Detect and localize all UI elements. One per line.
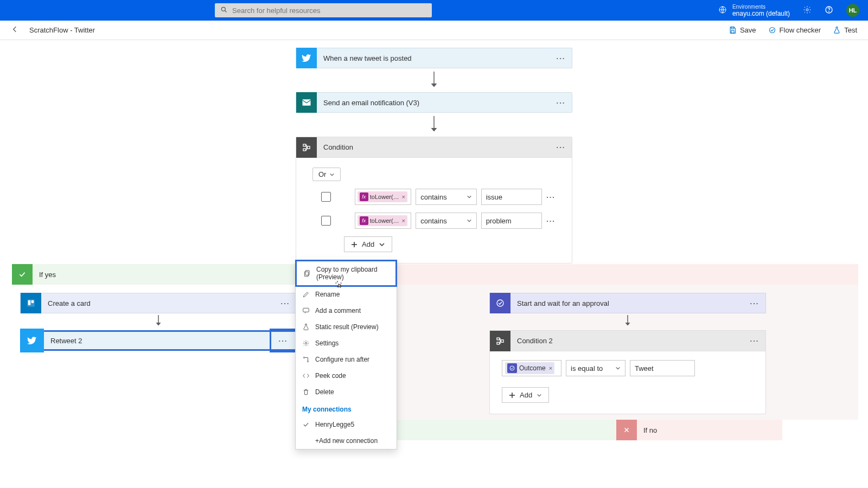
menu-configure-run-after[interactable]: Configure run after [296, 351, 397, 368]
trigger-card-tweet[interactable]: When a new tweet is posted ··· [296, 48, 572, 68]
svg-rect-7 [731, 30, 734, 33]
test-button[interactable]: Test [833, 26, 857, 34]
condition-left-operand[interactable]: Outcome × [502, 360, 561, 376]
svg-rect-28 [497, 342, 500, 344]
svg-point-25 [497, 300, 503, 306]
svg-point-5 [829, 11, 829, 12]
add-condition-button[interactable]: Add [344, 236, 392, 252]
condition2-card[interactable]: Condition 2 ··· Outcome × is equal to [489, 330, 766, 414]
command-bar: ScratchFlow - Twitter Save Flow checker … [0, 21, 868, 40]
branch-label: If no [637, 426, 663, 434]
menu-settings[interactable]: Settings [296, 335, 397, 351]
gear-icon[interactable] [803, 5, 812, 16]
card-more-button[interactable]: ··· [275, 299, 296, 307]
condition-row: fxtoLower(…× contains issue ··· [312, 189, 556, 205]
approval-icon [490, 293, 510, 313]
svg-rect-19 [305, 271, 309, 275]
twitter-icon [296, 48, 317, 68]
svg-point-22 [305, 342, 307, 344]
context-menu: Copy to my clipboard (Preview) Rename Ad… [295, 260, 397, 450]
back-button[interactable] [11, 25, 20, 35]
card-label: Condition 2 [510, 337, 744, 345]
inner-branch-yes-header [397, 420, 616, 440]
svg-point-23 [303, 357, 304, 358]
search-input[interactable] [232, 7, 426, 15]
condition-group-operator[interactable]: Or [312, 168, 341, 181]
svg-rect-13 [303, 149, 306, 151]
help-icon[interactable] [825, 5, 833, 16]
menu-static-result[interactable]: Static result (Preview) [296, 319, 397, 335]
svg-line-1 [225, 10, 227, 12]
flow-checker-button[interactable]: Flow checker [768, 26, 821, 34]
row-checkbox[interactable] [321, 192, 331, 202]
menu-add-comment[interactable]: Add a comment [296, 303, 397, 319]
flow-title: ScratchFlow - Twitter [29, 26, 95, 34]
search-icon [220, 6, 228, 15]
card-more-button[interactable]: ··· [550, 54, 572, 62]
environment-picker[interactable]: Environments enayu.com (default) [718, 4, 790, 17]
condition-value[interactable]: problem [481, 213, 542, 229]
environment-icon [718, 5, 727, 16]
condition-operator[interactable]: contains [416, 189, 476, 205]
condition-operator[interactable]: contains [416, 213, 476, 229]
condition-left-operand[interactable]: fxtoLower(…× [355, 189, 411, 205]
remove-token-icon[interactable]: × [402, 217, 405, 224]
condition-operator[interactable]: is equal to [566, 360, 626, 376]
action-card-retweet[interactable]: Retweet 2 ··· [20, 330, 297, 351]
action-card-approval[interactable]: Start and wait for an approval ··· [489, 293, 766, 313]
svg-rect-29 [501, 339, 504, 342]
save-button[interactable]: Save [729, 26, 756, 34]
branch-yes-header: If yes [12, 264, 305, 285]
card-more-button[interactable]: ··· [744, 299, 765, 307]
condition-left-operand[interactable]: fxtoLower(…× [355, 213, 411, 229]
menu-add-connection[interactable]: +Add new connection [296, 433, 397, 449]
card-label: Retweet 2 [44, 337, 270, 345]
menu-rename[interactable]: Rename [296, 286, 397, 303]
remove-token-icon[interactable]: × [402, 194, 405, 200]
svg-point-8 [769, 28, 775, 33]
svg-rect-12 [303, 144, 306, 146]
condition-row: fxtoLower(…× contains problem ··· [312, 213, 556, 229]
menu-connection[interactable]: HenryLegge5 [296, 416, 397, 433]
menu-copy-clipboard[interactable]: Copy to my clipboard (Preview) [295, 260, 397, 287]
condition-icon [296, 137, 317, 158]
menu-delete[interactable]: Delete [296, 384, 397, 400]
card-more-button[interactable]: ··· [270, 329, 297, 352]
connector-arrow [296, 68, 572, 92]
connector-arrow [296, 113, 572, 137]
svg-rect-6 [731, 27, 734, 29]
twitter-icon [20, 329, 44, 352]
svg-rect-21 [303, 308, 309, 312]
row-more-button[interactable]: ··· [546, 217, 556, 225]
card-label: Create a card [41, 299, 275, 307]
card-more-button[interactable]: ··· [550, 99, 572, 107]
condition-value[interactable]: Tweet [630, 360, 695, 376]
avatar[interactable]: HL [846, 4, 859, 17]
top-bar: Environments enayu.com (default) HL [0, 0, 868, 21]
approval-token-icon [507, 363, 517, 373]
card-label: Start and wait for an approval [510, 299, 744, 307]
card-more-button[interactable]: ··· [550, 143, 572, 151]
menu-peek-code[interactable]: Peek code [296, 368, 397, 384]
trello-icon [21, 293, 41, 313]
condition-card[interactable]: Condition ··· Or fxtoLower(…× contains [296, 137, 572, 264]
card-more-button[interactable]: ··· [744, 337, 765, 345]
row-checkbox[interactable] [321, 216, 331, 226]
card-label: Condition [317, 143, 550, 151]
connector-arrow [624, 313, 631, 330]
svg-rect-27 [497, 338, 500, 340]
condition-value[interactable]: issue [481, 189, 542, 205]
svg-point-30 [510, 366, 514, 370]
card-label: Send an email notification (V3) [317, 99, 550, 107]
action-card-trello[interactable]: Create a card ··· [20, 293, 297, 313]
add-condition-button[interactable]: Add [502, 387, 549, 403]
flow-canvas: When a new tweet is posted ··· Send an e… [0, 40, 868, 488]
condition-icon [490, 331, 510, 351]
card-label: When a new tweet is posted [317, 54, 550, 62]
row-more-button[interactable]: ··· [546, 193, 556, 201]
search-box[interactable] [215, 3, 432, 17]
svg-point-24 [307, 361, 308, 362]
action-card-email[interactable]: Send an email notification (V3) ··· [296, 92, 572, 113]
svg-rect-10 [303, 99, 311, 106]
remove-token-icon[interactable]: × [549, 365, 552, 371]
